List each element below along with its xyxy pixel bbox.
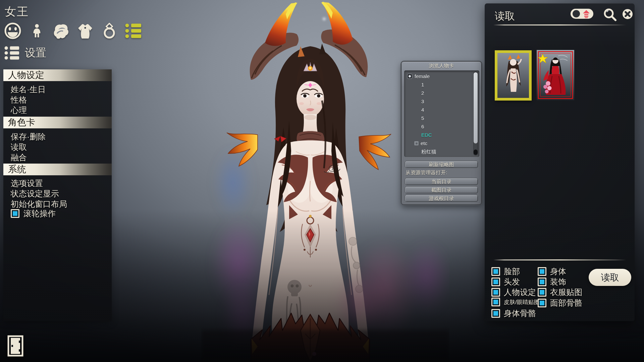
scrollbar-cap bbox=[474, 149, 478, 155]
character-maker-screen: 女王 bbox=[0, 0, 644, 362]
accessory-tab-button[interactable] bbox=[100, 21, 119, 40]
checkbox-checked[interactable] bbox=[538, 288, 546, 297]
option-hair[interactable]: 头发 bbox=[491, 277, 520, 287]
settings-list-icon bbox=[125, 23, 142, 39]
toggle-upload-icon bbox=[571, 9, 593, 19]
settings-menu-panel: 人物设定 姓名·生日 性格 心理 角色卡 保存·删除 读取 融合 系统 选项设置… bbox=[3, 69, 112, 321]
checkbox-checked[interactable] bbox=[491, 278, 500, 286]
load-panel: 读取 bbox=[485, 3, 635, 321]
tree-item-etc[interactable]: etc bbox=[421, 139, 427, 147]
option-face[interactable]: 脸部 bbox=[491, 266, 520, 277]
option-label: 装饰 bbox=[550, 277, 566, 287]
checkbox-checked[interactable] bbox=[538, 267, 546, 276]
exit-button[interactable] bbox=[7, 335, 23, 357]
face-tab-button[interactable] bbox=[3, 21, 22, 40]
menu-item-merge[interactable]: 融合 bbox=[11, 152, 27, 163]
character-card-horned-queen[interactable] bbox=[495, 50, 532, 101]
settings-tab-button[interactable] bbox=[124, 21, 143, 40]
menu-item-save-delete[interactable]: 保存·删除 bbox=[11, 131, 46, 142]
option-label: 身体骨骼 bbox=[504, 308, 536, 319]
section-header-system: 系统 bbox=[3, 164, 112, 175]
card-browser-panel: 浏览人物卡 female 1 2 3 4 5 6 EDC etc 粉红猫 删除 … bbox=[401, 61, 482, 205]
close-button[interactable] bbox=[622, 9, 633, 21]
options-divider bbox=[493, 259, 626, 260]
wheel-operation-checkbox[interactable]: 滚轮操作 bbox=[11, 208, 56, 219]
header-divider bbox=[493, 24, 626, 25]
option-label: 衣服贴图 bbox=[550, 287, 582, 298]
checkbox-checked[interactable] bbox=[538, 299, 546, 307]
menu-item-personality[interactable]: 性格 bbox=[11, 95, 27, 105]
settings-label: 设置 bbox=[25, 46, 46, 60]
sort-toggle[interactable] bbox=[571, 9, 593, 19]
option-body[interactable]: 身体 bbox=[538, 266, 566, 277]
ring-icon bbox=[101, 22, 117, 40]
tree-item-5[interactable]: 5 bbox=[421, 114, 424, 122]
checkbox-checked[interactable] bbox=[491, 309, 500, 318]
scrollbar-thumb[interactable] bbox=[474, 72, 478, 143]
section-header-character: 人物设定 bbox=[3, 69, 112, 81]
option-label: 人物设定 bbox=[504, 287, 536, 298]
settings-section-label: 设置 bbox=[4, 46, 46, 60]
character-face bbox=[297, 59, 324, 117]
checkbox-label: 滚轮操作 bbox=[23, 208, 56, 219]
game-root-dir-button[interactable]: 游戏根目录 bbox=[405, 195, 478, 202]
refresh-thumbnails-button[interactable]: 刷新缩略图 bbox=[405, 161, 478, 168]
checkbox-checked[interactable] bbox=[491, 267, 500, 276]
search-icon bbox=[603, 7, 618, 22]
load-panel-title: 读取 bbox=[495, 9, 515, 23]
folder-closed-toggle[interactable] bbox=[414, 141, 419, 146]
checkbox-checked[interactable] bbox=[491, 298, 500, 306]
option-clothes-texture[interactable]: 衣服贴图 bbox=[538, 287, 582, 298]
hair-icon bbox=[52, 22, 70, 40]
face-icon bbox=[4, 22, 21, 40]
list-icon bbox=[4, 46, 20, 60]
tree-item-4[interactable]: 4 bbox=[421, 106, 424, 114]
menu-item-mentality[interactable]: 心理 bbox=[11, 105, 27, 116]
category-toolbar bbox=[3, 21, 143, 40]
section-header-card: 角色卡 bbox=[3, 117, 112, 128]
tree-item-delete[interactable]: 删除 bbox=[421, 156, 431, 157]
close-icon bbox=[622, 9, 633, 19]
search-button[interactable] bbox=[603, 7, 618, 23]
body-icon bbox=[30, 22, 44, 40]
tree-item-edc[interactable]: EDC bbox=[421, 131, 432, 139]
tree-item-pink-cat[interactable]: 粉红猫 bbox=[421, 147, 436, 156]
menu-item-options[interactable]: 选项设置 bbox=[11, 178, 43, 189]
door-icon bbox=[7, 335, 23, 357]
checkbox-checked[interactable] bbox=[538, 278, 546, 286]
page-title: 女王 bbox=[5, 4, 29, 19]
checkbox-checked[interactable] bbox=[11, 209, 19, 218]
screenshot-dir-button[interactable]: 截图目录 bbox=[405, 186, 478, 193]
option-label: 面部骨骼 bbox=[550, 298, 582, 308]
body-tab-button[interactable] bbox=[28, 21, 46, 40]
hair-tab-button[interactable] bbox=[52, 21, 70, 40]
load-confirm-button[interactable]: 读取 bbox=[589, 269, 631, 286]
option-skin-eye-texture[interactable]: 皮肤/眼睛贴图 bbox=[491, 298, 540, 306]
tree-item-3[interactable]: 3 bbox=[421, 97, 424, 106]
tree-item-6[interactable]: 6 bbox=[421, 122, 424, 131]
clothes-tab-button[interactable] bbox=[76, 21, 95, 40]
tree-scrollbar bbox=[473, 72, 478, 156]
card-tree: female 1 2 3 4 5 6 EDC etc 粉红猫 删除 bbox=[404, 70, 479, 157]
tree-item-female[interactable]: female bbox=[415, 72, 430, 80]
browser-title: 浏览人物卡 bbox=[401, 63, 481, 69]
option-label: 身体 bbox=[550, 266, 566, 277]
character-card-red-dress[interactable] bbox=[537, 50, 574, 100]
menu-item-load[interactable]: 读取 bbox=[11, 142, 27, 153]
card-thumbnail-1 bbox=[497, 53, 529, 98]
tree-item-2[interactable]: 2 bbox=[421, 89, 424, 97]
card-thumbnail-2 bbox=[537, 50, 574, 100]
current-dir-button[interactable]: 当前目录 bbox=[405, 178, 478, 185]
option-face-bones[interactable]: 面部骨骼 bbox=[538, 298, 582, 308]
folder-open-toggle[interactable] bbox=[407, 74, 412, 79]
menu-item-name-birthday[interactable]: 姓名·生日 bbox=[11, 84, 46, 95]
option-character-settings[interactable]: 人物设定 bbox=[491, 287, 536, 298]
option-label: 头发 bbox=[504, 277, 520, 287]
option-accessories[interactable]: 装饰 bbox=[538, 277, 566, 287]
clothes-icon bbox=[76, 22, 94, 40]
tree-item-1[interactable]: 1 bbox=[421, 80, 424, 89]
option-label: 皮肤/眼睛贴图 bbox=[504, 298, 540, 306]
checkbox-checked[interactable] bbox=[491, 288, 500, 297]
menu-item-status-display[interactable]: 状态设定显示 bbox=[11, 188, 59, 199]
option-body-bones[interactable]: 身体骨骼 bbox=[491, 308, 536, 319]
